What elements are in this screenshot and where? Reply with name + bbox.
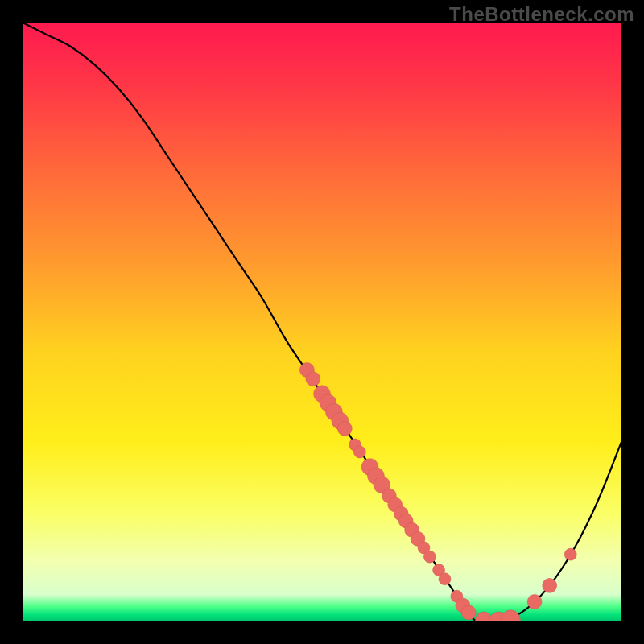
data-point <box>306 372 320 386</box>
data-point <box>337 422 352 436</box>
data-point <box>439 573 451 585</box>
data-point <box>353 446 365 458</box>
plot-area <box>23 23 621 621</box>
data-point <box>543 578 557 592</box>
chart-frame: TheBottleneck.com <box>0 0 644 644</box>
data-point <box>527 595 542 609</box>
data-point <box>461 605 476 620</box>
data-point <box>564 548 576 560</box>
chart-svg <box>23 23 621 621</box>
gradient-background <box>23 23 621 621</box>
data-point <box>423 551 436 563</box>
